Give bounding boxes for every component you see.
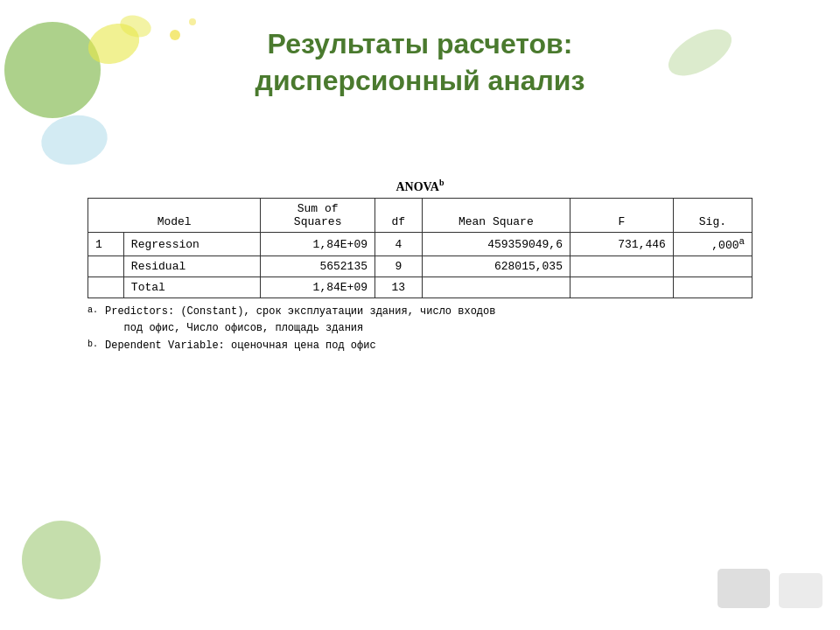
- table-row: Residual 5652135 9 628015,035: [88, 256, 752, 277]
- regression-sig: ,000a: [673, 232, 752, 256]
- table-row: Total 1,84E+09 13: [88, 277, 752, 298]
- residual-sum-sq: 5652135: [261, 256, 375, 277]
- footnote-b-text: Dependent Variable: оценочная цена под о…: [105, 338, 376, 354]
- model-number: 1: [88, 232, 124, 256]
- anova-section: ANOVAb Model Sum ofSquares df Mean Squar…: [88, 178, 752, 354]
- residual-df: 9: [375, 256, 423, 277]
- footnote-a-text: Predictors: (Constant), срок эксплуатаци…: [105, 304, 495, 337]
- regression-mean-sq: 459359049,6: [422, 232, 570, 256]
- row-residual-label: Residual: [123, 256, 260, 277]
- model-number-empty: [88, 256, 124, 277]
- footnote-a: a. Predictors: (Constant), срок эксплуат…: [88, 304, 752, 337]
- residual-f: [570, 256, 673, 277]
- table-row: 1 Regression 1,84E+09 4 459359049,6 731,…: [88, 232, 752, 256]
- anova-table: Model Sum ofSquares df Mean Square F Sig…: [88, 198, 752, 298]
- footnote-a-letter: a.: [88, 304, 102, 318]
- regression-f: 731,446: [570, 232, 673, 256]
- regression-sum-sq: 1,84E+09: [261, 232, 375, 256]
- total-sig: [673, 277, 752, 298]
- model-number-empty2: [88, 277, 124, 298]
- col-model: Model: [88, 198, 261, 232]
- residual-mean-sq: 628015,035: [422, 256, 570, 277]
- row-regression-label: Regression: [123, 232, 260, 256]
- total-f: [570, 277, 673, 298]
- total-mean-sq: [422, 277, 570, 298]
- row-total-label: Total: [123, 277, 260, 298]
- col-mean-square: Mean Square: [422, 198, 570, 232]
- footnote-b: b. Dependent Variable: оценочная цена по…: [88, 338, 752, 354]
- footnote-b-letter: b.: [88, 338, 102, 352]
- page-title: Результаты расчетов: дисперсионный анали…: [256, 26, 585, 99]
- col-sum-of-squares: Sum ofSquares: [261, 198, 375, 232]
- total-sum-sq: 1,84E+09: [261, 277, 375, 298]
- total-df: 13: [375, 277, 423, 298]
- anova-label: ANOVAb: [88, 178, 752, 194]
- col-sig: Sig.: [673, 198, 752, 232]
- col-df: df: [375, 198, 423, 232]
- residual-sig: [673, 256, 752, 277]
- col-f: F: [570, 198, 673, 232]
- regression-df: 4: [375, 232, 423, 256]
- footnotes: a. Predictors: (Constant), срок эксплуат…: [88, 304, 752, 354]
